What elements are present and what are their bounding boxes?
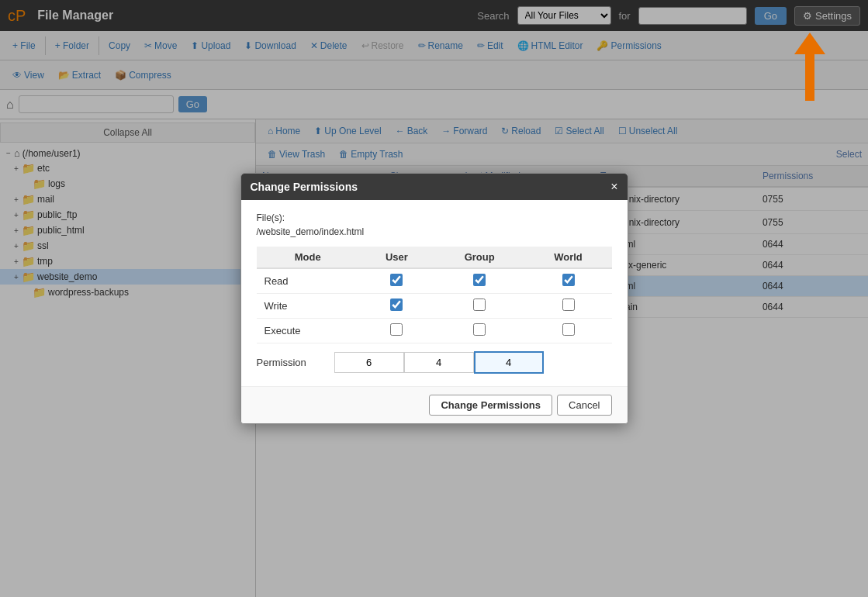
perm-read-group-cell <box>434 268 525 294</box>
perm-row-read: Read <box>257 268 612 294</box>
perm-execute-user-checkbox[interactable] <box>390 323 403 336</box>
world-permission-input[interactable] <box>474 351 544 374</box>
user-permission-input[interactable] <box>334 352 404 373</box>
perm-col-user: User <box>359 247 434 268</box>
perm-execute-label: Execute <box>257 319 360 343</box>
perm-execute-world-cell <box>525 319 612 343</box>
perm-read-user-cell <box>359 268 434 294</box>
perm-read-label: Read <box>257 268 360 294</box>
perm-col-mode: Mode <box>257 247 360 268</box>
perm-write-label: Write <box>257 294 360 319</box>
perm-write-group-cell <box>434 294 525 319</box>
perm-read-world-checkbox[interactable] <box>562 274 575 286</box>
modal-body: File(s): /website_demo/index.html Mode U… <box>241 200 628 386</box>
perm-col-group: Group <box>434 247 525 268</box>
modal-title: Change Permissions <box>251 181 358 193</box>
perm-execute-group-cell <box>434 319 525 343</box>
perm-write-group-checkbox[interactable] <box>473 298 486 311</box>
cancel-button[interactable]: Cancel <box>557 395 611 416</box>
perm-row-execute: Execute <box>257 319 612 343</box>
perm-header-row: Mode User Group World <box>257 247 612 268</box>
file-label: File(s): <box>257 212 612 223</box>
perm-execute-user-cell <box>359 319 434 343</box>
perm-read-user-checkbox[interactable] <box>390 274 403 286</box>
permission-inputs-row: Permission <box>257 351 612 374</box>
permission-label: Permission <box>257 357 334 368</box>
perm-write-world-checkbox[interactable] <box>562 298 575 311</box>
perm-read-group-checkbox[interactable] <box>473 274 486 286</box>
perm-read-world-cell <box>525 268 612 294</box>
perm-row-write: Write <box>257 294 612 319</box>
group-permission-input[interactable] <box>404 352 474 373</box>
change-permissions-modal: Change Permissions × File(s): /website_d… <box>240 173 628 424</box>
perm-write-world-cell <box>525 294 612 319</box>
modal-header: Change Permissions × <box>241 174 628 200</box>
permissions-table: Mode User Group World Read Write <box>257 247 612 343</box>
modal-overlay: Change Permissions × File(s): /website_d… <box>0 0 868 597</box>
perm-write-user-checkbox[interactable] <box>390 298 403 311</box>
change-permissions-button[interactable]: Change Permissions <box>429 395 552 416</box>
perm-execute-world-checkbox[interactable] <box>562 323 575 336</box>
modal-footer: Change Permissions Cancel <box>241 386 628 423</box>
perm-col-world: World <box>525 247 612 268</box>
modal-close-button[interactable]: × <box>610 180 617 194</box>
perm-execute-group-checkbox[interactable] <box>473 323 486 336</box>
file-path: /website_demo/index.html <box>257 226 612 237</box>
perm-write-user-cell <box>359 294 434 319</box>
